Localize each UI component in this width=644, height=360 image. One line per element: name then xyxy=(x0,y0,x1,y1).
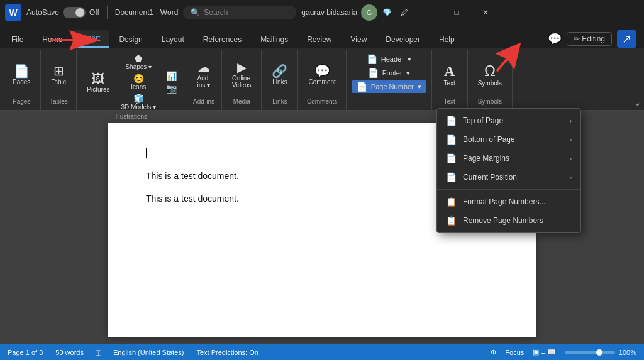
layout-view-icons[interactable]: ▣ ≡ 📖 xyxy=(533,348,556,356)
footer-button[interactable]: 📄 Footer ▾ xyxy=(363,67,415,79)
shapes-icon: ⬟ xyxy=(135,54,142,63)
links-button[interactable]: 🔗 Links xyxy=(267,62,292,88)
language-indicator: ⌶ xyxy=(96,349,101,356)
title-icons: 💎 🖊 xyxy=(382,8,408,17)
status-bar: Page 1 of 3 50 words ⌶ English (United S… xyxy=(0,344,644,360)
page-margins-label: Page Margins xyxy=(463,154,509,163)
video-icon: ▶ xyxy=(237,61,247,74)
table-icon: ⊞ xyxy=(53,65,64,77)
autosave-toggle[interactable] xyxy=(63,7,86,18)
dropdown-current-position[interactable]: 📄 Current Position › xyxy=(437,168,580,187)
illustrations-group-label: Illustrations xyxy=(115,113,147,123)
doc-title: Document1 - Word xyxy=(115,8,178,17)
dropdown-divider xyxy=(437,189,580,190)
symbols-group-label: Symbols xyxy=(478,98,502,107)
share-icon[interactable]: ↗ xyxy=(617,30,636,48)
current-position-arrow: › xyxy=(570,174,572,181)
text-label: Text xyxy=(444,80,455,87)
tab-references[interactable]: References xyxy=(194,31,250,48)
tab-developer[interactable]: Developer xyxy=(377,31,429,48)
table-label: Table xyxy=(51,79,66,85)
top-page-arrow: › xyxy=(570,117,572,124)
tab-file[interactable]: File xyxy=(3,31,32,48)
ribbon-group-text: A Text Text xyxy=(432,50,468,110)
tab-insert[interactable]: Insert xyxy=(72,30,109,48)
tables-group-label: Tables xyxy=(50,98,68,107)
online-videos-label: OnlineVideos xyxy=(232,75,251,89)
page-margins-arrow: › xyxy=(570,155,572,162)
ribbon-group-header-footer: 📄 Header ▾ 📄 Footer ▾ 📄 Page Number ▾ xyxy=(347,50,432,110)
dropdown-remove-page-numbers[interactable]: 📋 Remove Page Numbers xyxy=(437,211,580,230)
header-label: Header xyxy=(381,55,404,63)
shapes-button[interactable]: ⬟ Shapes ▾ xyxy=(117,53,160,72)
current-position-icon: 📄 xyxy=(446,172,457,182)
language: English (United States) xyxy=(113,349,184,356)
bottom-page-arrow: › xyxy=(570,136,572,143)
toggle-state: Off xyxy=(89,8,99,17)
comment-button[interactable]: 💬 Comment xyxy=(303,62,340,88)
dropdown-page-margins[interactable]: 📄 Page Margins › xyxy=(437,149,580,168)
pages-button[interactable]: 📄 Pages xyxy=(8,62,35,88)
chart-button[interactable]: 📊 xyxy=(162,70,180,82)
links-group-label: Links xyxy=(272,98,287,107)
footer-label: Footer xyxy=(382,69,402,77)
tab-mailings[interactable]: Mailings xyxy=(252,31,297,48)
dropdown-bottom-of-page[interactable]: 📄 Bottom of Page › xyxy=(437,130,580,149)
ribbon-group-addins: ☁ Add-ins ▾ Add-ins xyxy=(186,50,222,110)
screenshot-button[interactable]: 📷 xyxy=(162,83,180,94)
focus-label[interactable]: Focus xyxy=(505,349,524,356)
table-button[interactable]: ⊞ Table xyxy=(46,62,71,88)
links-icon: 🔗 xyxy=(272,65,287,77)
search-bar[interactable]: 🔍 Search xyxy=(183,6,296,19)
tab-home[interactable]: Home xyxy=(33,31,71,48)
zoom-slider[interactable] xyxy=(565,351,615,354)
diamond-icon: 💎 xyxy=(382,8,392,17)
page-number-button[interactable]: 📄 Page Number ▾ xyxy=(352,80,426,93)
maximize-button[interactable]: □ xyxy=(442,3,471,23)
shapes-label: Shapes ▾ xyxy=(125,63,152,70)
icons-button[interactable]: 😊 Icons xyxy=(117,73,160,92)
autosave-area: AutoSave Off xyxy=(26,7,99,18)
bottom-page-icon: 📄 xyxy=(446,134,457,145)
ribbon-group-illustrations: 🖼 Pictures ⬟ Shapes ▾ 😊 Icons 🧊 3D Model… xyxy=(77,50,186,110)
3d-models-button[interactable]: 🧊 3D Models ▾ xyxy=(117,93,160,112)
page-margins-icon: 📄 xyxy=(446,153,457,163)
header-button[interactable]: 📄 Header ▾ xyxy=(362,53,416,65)
cursor xyxy=(146,148,147,158)
minimize-button[interactable]: ─ xyxy=(413,3,442,23)
dropdown-top-of-page[interactable]: 📄 Top of Page › xyxy=(437,111,580,130)
tab-review[interactable]: Review xyxy=(298,31,340,48)
user-area: gaurav bidasaria G xyxy=(301,4,377,21)
addins-group-label: Add-ins xyxy=(193,98,214,107)
ribbon-group-comments: 💬 Comment Comments xyxy=(298,50,346,110)
chat-icon[interactable]: 💬 xyxy=(548,32,562,46)
tab-design[interactable]: Design xyxy=(110,31,151,48)
editing-button[interactable]: ✏ Editing xyxy=(567,32,612,46)
pen-icon: 🖊 xyxy=(401,8,408,17)
word-logo: W xyxy=(5,4,21,21)
remove-numbers-icon: 📋 xyxy=(446,215,457,226)
pages-label: Pages xyxy=(13,79,30,85)
screenshot-icon: 📷 xyxy=(166,84,177,93)
online-videos-button[interactable]: ▶ OnlineVideos xyxy=(227,58,256,91)
addins-label: Add-ins ▾ xyxy=(197,75,211,89)
expand-icon: ⌄ xyxy=(634,97,641,107)
media-group-label: Media xyxy=(233,98,250,107)
tab-view[interactable]: View xyxy=(342,31,376,48)
pictures-button[interactable]: 🖼 Pictures xyxy=(82,70,114,95)
addins-button[interactable]: ☁ Add-ins ▾ xyxy=(191,58,216,91)
window-controls: ─ □ ✕ xyxy=(413,3,500,23)
ribbon-group-pages: 📄 Pages Pages xyxy=(3,50,41,110)
remove-numbers-label: Remove Page Numbers xyxy=(463,216,543,225)
focus-icon[interactable]: ⊕ xyxy=(491,348,496,356)
text-button[interactable]: A Text xyxy=(437,61,462,89)
page-number-icon: 📄 xyxy=(357,82,367,92)
tab-layout[interactable]: Layout xyxy=(153,31,193,48)
word-count: 50 words xyxy=(55,349,84,356)
ribbon-expand-button[interactable]: ⌄ xyxy=(631,97,644,107)
footer-arrow: ▾ xyxy=(406,69,410,77)
tab-help[interactable]: Help xyxy=(430,31,464,48)
close-button[interactable]: ✕ xyxy=(471,3,500,23)
footer-icon: 📄 xyxy=(368,68,379,78)
dropdown-format-page-numbers[interactable]: 📋 Format Page Numbers... xyxy=(437,192,580,211)
